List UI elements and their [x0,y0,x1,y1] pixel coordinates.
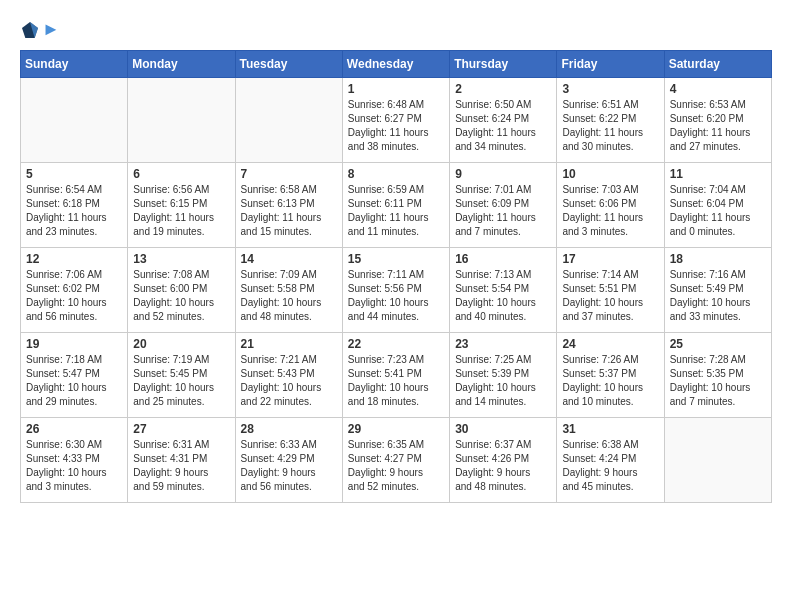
day-info: Sunrise: 7:11 AMSunset: 5:56 PMDaylight:… [348,268,444,324]
day-cell: 19Sunrise: 7:18 AMSunset: 5:47 PMDayligh… [21,333,128,418]
day-number: 9 [455,167,551,181]
day-info: Sunrise: 6:33 AMSunset: 4:29 PMDaylight:… [241,438,337,494]
day-cell: 13Sunrise: 7:08 AMSunset: 6:00 PMDayligh… [128,248,235,333]
day-cell: 1Sunrise: 6:48 AMSunset: 6:27 PMDaylight… [342,78,449,163]
weekday-friday: Friday [557,51,664,78]
day-number: 22 [348,337,444,351]
day-number: 14 [241,252,337,266]
day-info: Sunrise: 6:51 AMSunset: 6:22 PMDaylight:… [562,98,658,154]
day-number: 18 [670,252,766,266]
day-info: Sunrise: 6:31 AMSunset: 4:31 PMDaylight:… [133,438,229,494]
day-info: Sunrise: 7:03 AMSunset: 6:06 PMDaylight:… [562,183,658,239]
logo: ► [20,20,60,40]
day-cell: 25Sunrise: 7:28 AMSunset: 5:35 PMDayligh… [664,333,771,418]
day-number: 16 [455,252,551,266]
weekday-monday: Monday [128,51,235,78]
day-number: 28 [241,422,337,436]
day-info: Sunrise: 6:35 AMSunset: 4:27 PMDaylight:… [348,438,444,494]
day-number: 11 [670,167,766,181]
day-cell: 15Sunrise: 7:11 AMSunset: 5:56 PMDayligh… [342,248,449,333]
day-number: 21 [241,337,337,351]
day-cell [128,78,235,163]
page: ► SundayMondayTuesdayWednesdayThursdayFr… [0,0,792,513]
day-cell: 2Sunrise: 6:50 AMSunset: 6:24 PMDaylight… [450,78,557,163]
day-info: Sunrise: 7:16 AMSunset: 5:49 PMDaylight:… [670,268,766,324]
day-number: 19 [26,337,122,351]
day-info: Sunrise: 6:38 AMSunset: 4:24 PMDaylight:… [562,438,658,494]
day-info: Sunrise: 7:13 AMSunset: 5:54 PMDaylight:… [455,268,551,324]
day-number: 15 [348,252,444,266]
day-info: Sunrise: 6:58 AMSunset: 6:13 PMDaylight:… [241,183,337,239]
day-number: 10 [562,167,658,181]
week-row-4: 26Sunrise: 6:30 AMSunset: 4:33 PMDayligh… [21,418,772,503]
day-number: 13 [133,252,229,266]
day-cell: 9Sunrise: 7:01 AMSunset: 6:09 PMDaylight… [450,163,557,248]
day-cell: 27Sunrise: 6:31 AMSunset: 4:31 PMDayligh… [128,418,235,503]
day-info: Sunrise: 7:14 AMSunset: 5:51 PMDaylight:… [562,268,658,324]
day-cell: 21Sunrise: 7:21 AMSunset: 5:43 PMDayligh… [235,333,342,418]
day-info: Sunrise: 6:54 AMSunset: 6:18 PMDaylight:… [26,183,122,239]
weekday-wednesday: Wednesday [342,51,449,78]
day-cell: 7Sunrise: 6:58 AMSunset: 6:13 PMDaylight… [235,163,342,248]
day-info: Sunrise: 7:26 AMSunset: 5:37 PMDaylight:… [562,353,658,409]
day-info: Sunrise: 6:59 AMSunset: 6:11 PMDaylight:… [348,183,444,239]
day-cell: 5Sunrise: 6:54 AMSunset: 6:18 PMDaylight… [21,163,128,248]
day-cell: 10Sunrise: 7:03 AMSunset: 6:06 PMDayligh… [557,163,664,248]
logo-icon [20,20,40,40]
header: ► [20,20,772,40]
day-info: Sunrise: 6:30 AMSunset: 4:33 PMDaylight:… [26,438,122,494]
day-info: Sunrise: 7:09 AMSunset: 5:58 PMDaylight:… [241,268,337,324]
day-info: Sunrise: 7:01 AMSunset: 6:09 PMDaylight:… [455,183,551,239]
weekday-tuesday: Tuesday [235,51,342,78]
day-info: Sunrise: 6:48 AMSunset: 6:27 PMDaylight:… [348,98,444,154]
day-number: 20 [133,337,229,351]
day-info: Sunrise: 7:19 AMSunset: 5:45 PMDaylight:… [133,353,229,409]
weekday-saturday: Saturday [664,51,771,78]
day-number: 30 [455,422,551,436]
day-number: 26 [26,422,122,436]
day-info: Sunrise: 7:08 AMSunset: 6:00 PMDaylight:… [133,268,229,324]
day-cell: 31Sunrise: 6:38 AMSunset: 4:24 PMDayligh… [557,418,664,503]
day-cell [21,78,128,163]
day-cell: 17Sunrise: 7:14 AMSunset: 5:51 PMDayligh… [557,248,664,333]
day-number: 25 [670,337,766,351]
day-cell: 22Sunrise: 7:23 AMSunset: 5:41 PMDayligh… [342,333,449,418]
day-info: Sunrise: 7:28 AMSunset: 5:35 PMDaylight:… [670,353,766,409]
day-cell [235,78,342,163]
weekday-thursday: Thursday [450,51,557,78]
day-cell: 4Sunrise: 6:53 AMSunset: 6:20 PMDaylight… [664,78,771,163]
day-number: 31 [562,422,658,436]
day-cell: 30Sunrise: 6:37 AMSunset: 4:26 PMDayligh… [450,418,557,503]
day-cell: 3Sunrise: 6:51 AMSunset: 6:22 PMDaylight… [557,78,664,163]
day-number: 12 [26,252,122,266]
week-row-2: 12Sunrise: 7:06 AMSunset: 6:02 PMDayligh… [21,248,772,333]
day-number: 27 [133,422,229,436]
day-info: Sunrise: 7:18 AMSunset: 5:47 PMDaylight:… [26,353,122,409]
day-number: 6 [133,167,229,181]
day-info: Sunrise: 7:06 AMSunset: 6:02 PMDaylight:… [26,268,122,324]
week-row-3: 19Sunrise: 7:18 AMSunset: 5:47 PMDayligh… [21,333,772,418]
day-cell: 16Sunrise: 7:13 AMSunset: 5:54 PMDayligh… [450,248,557,333]
day-cell: 28Sunrise: 6:33 AMSunset: 4:29 PMDayligh… [235,418,342,503]
day-cell [664,418,771,503]
day-info: Sunrise: 7:21 AMSunset: 5:43 PMDaylight:… [241,353,337,409]
week-row-0: 1Sunrise: 6:48 AMSunset: 6:27 PMDaylight… [21,78,772,163]
day-info: Sunrise: 7:04 AMSunset: 6:04 PMDaylight:… [670,183,766,239]
day-number: 29 [348,422,444,436]
day-number: 24 [562,337,658,351]
weekday-sunday: Sunday [21,51,128,78]
day-cell: 12Sunrise: 7:06 AMSunset: 6:02 PMDayligh… [21,248,128,333]
day-cell: 6Sunrise: 6:56 AMSunset: 6:15 PMDaylight… [128,163,235,248]
day-number: 17 [562,252,658,266]
logo-text: ► [42,20,60,40]
day-cell: 20Sunrise: 7:19 AMSunset: 5:45 PMDayligh… [128,333,235,418]
day-info: Sunrise: 7:23 AMSunset: 5:41 PMDaylight:… [348,353,444,409]
day-number: 7 [241,167,337,181]
day-cell: 14Sunrise: 7:09 AMSunset: 5:58 PMDayligh… [235,248,342,333]
day-cell: 24Sunrise: 7:26 AMSunset: 5:37 PMDayligh… [557,333,664,418]
day-info: Sunrise: 7:25 AMSunset: 5:39 PMDaylight:… [455,353,551,409]
day-cell: 11Sunrise: 7:04 AMSunset: 6:04 PMDayligh… [664,163,771,248]
day-number: 4 [670,82,766,96]
logo-blue-accent: ► [42,19,60,39]
day-number: 23 [455,337,551,351]
